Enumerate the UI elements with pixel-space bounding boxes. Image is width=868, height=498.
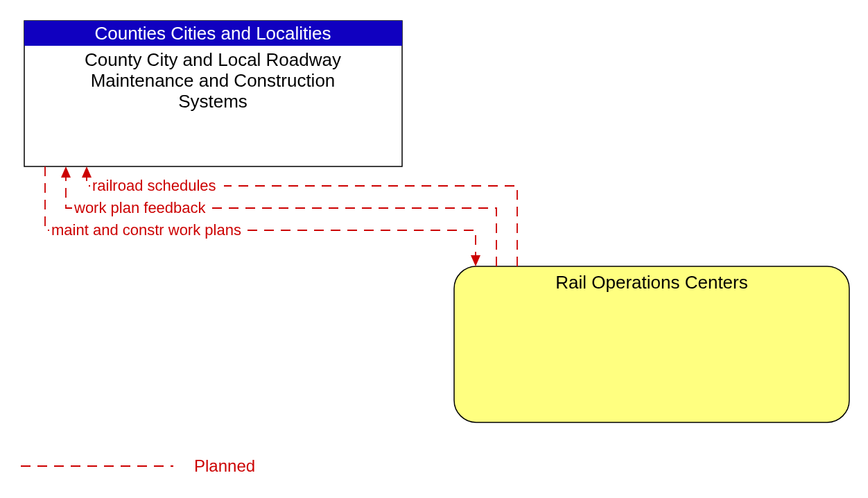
county-body-line3: Systems (178, 91, 248, 112)
flow1-arrow (82, 166, 92, 178)
county-body-line1: County City and Local Roadway (85, 49, 341, 70)
legend-label-planned: Planned (194, 456, 255, 475)
flow1-label: railroad schedules (92, 177, 216, 194)
rail-node: Rail Operations Centers (454, 266, 849, 422)
flow2-label: work plan feedback (73, 199, 207, 216)
rail-box-title: Rail Operations Centers (555, 272, 747, 293)
county-node: Counties Cities and Localities County Ci… (24, 21, 402, 166)
flow2-arrow (61, 166, 71, 178)
county-header-text: Counties Cities and Localities (94, 23, 331, 44)
flow3-arrow (471, 255, 480, 266)
legend: Planned (21, 456, 255, 475)
county-body-line2: Maintenance and Construction (91, 70, 336, 91)
architecture-diagram: Counties Cities and Localities County Ci… (0, 0, 868, 498)
flow3-label: maint and constr work plans (51, 221, 241, 239)
